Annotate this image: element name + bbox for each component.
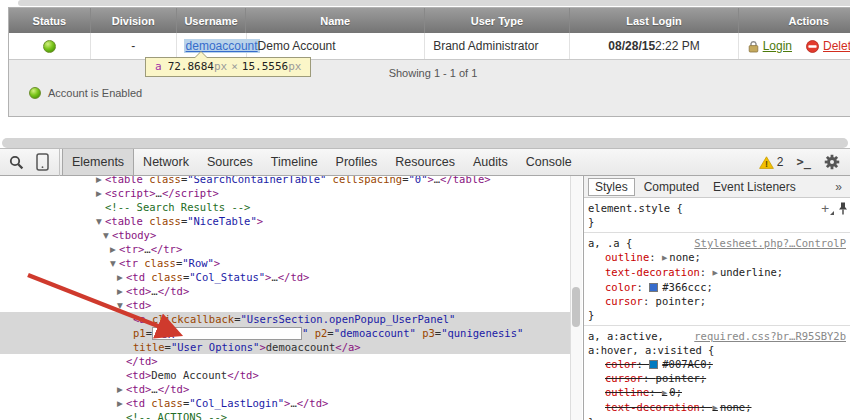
twisty-closed-icon[interactable]: ▶ [117, 271, 126, 285]
dom-tree-line[interactable]: ▶<script>…</script> [0, 186, 570, 200]
dom-tree-line[interactable]: ▼<td> [0, 298, 570, 312]
pin-icon[interactable] [838, 202, 848, 215]
tab-profiles[interactable]: Profiles [327, 149, 387, 175]
style-property[interactable]: outline: ▶none; [588, 250, 846, 265]
last-login-date: 08/28/15 [608, 39, 655, 53]
tab-computed[interactable]: Computed [637, 180, 706, 194]
tooltip-tag-name: a [155, 60, 162, 73]
cell-status [9, 33, 91, 59]
gear-icon[interactable] [824, 154, 840, 170]
tab-sources[interactable]: Sources [198, 149, 262, 175]
color-swatch[interactable] [649, 283, 658, 292]
last-login-time: 2:22 PM [655, 39, 700, 53]
dom-tree-line[interactable]: ▶<td>…</td> [0, 284, 570, 298]
screenshot-root: Status Division Username Name User Type … [0, 0, 850, 420]
tab-event-listeners[interactable]: Event Listeners [706, 180, 803, 194]
warnings-counter[interactable]: ! 2 [759, 155, 784, 169]
brace-close: } [588, 415, 846, 420]
table-footer: Showing 1 - 1 of 1 Account is Enabled [9, 60, 850, 116]
column-header-actions: Actions [739, 8, 850, 33]
dom-tree-line[interactable]: title="User Options">demoaccount</a> [0, 340, 570, 354]
console-drawer-icon[interactable]: >_ [797, 155, 811, 169]
dom-tree-line[interactable]: ▼<tr class="Row"> [0, 256, 570, 270]
tab-styles[interactable]: Styles [588, 178, 635, 196]
dom-tree-line[interactable]: p1="UR_" p2="demoaccount" p3="qunigenesi… [0, 326, 570, 340]
tab-resources[interactable]: Resources [386, 149, 464, 175]
dom-tree-line[interactable]: <td>Demo Account</td> [0, 368, 570, 382]
stylesheet-source-link[interactable]: Stylesheet.php?…ControlP [694, 236, 846, 250]
tooltip-width: 72.8684 [168, 60, 214, 73]
dom-tree-line[interactable]: <!-- ACTIONS --> [0, 410, 570, 420]
dom-tree-line[interactable]: <a clickcallback="UsersSection.openPopup… [0, 312, 570, 326]
inspect-search-icon[interactable] [9, 155, 24, 170]
tab-network[interactable]: Network [134, 149, 198, 175]
delete-user-link[interactable]: Delete U [823, 39, 850, 53]
style-property[interactable]: text-decoration: ▶underline; [588, 265, 846, 280]
style-rule: a, a:active,required.css?br…R95SBY2ba:ho… [584, 326, 850, 420]
dom-tree-line[interactable]: ▶<tr>…</tr> [0, 242, 570, 256]
twisty-open-icon[interactable]: ▼ [117, 299, 126, 313]
brace-close: } [588, 308, 846, 322]
dom-tree-line[interactable]: ▶<td class="Col_Status">…</td> [0, 270, 570, 284]
cell-username: demoaccount [177, 33, 247, 59]
page-top-scrollbar [18, 0, 850, 6]
twisty-closed-icon[interactable]: ▶ [96, 187, 105, 201]
style-property[interactable]: outline: ▶0; [588, 385, 846, 400]
tab-elements[interactable]: Elements [62, 149, 134, 175]
dom-tree-line[interactable]: ▶<table class="SearchContainerTable" cel… [0, 176, 570, 186]
twisty-closed-icon[interactable]: ▶ [117, 397, 126, 411]
devtools-toolbar: Elements Network Sources Timeline Profil… [0, 148, 850, 176]
rule-selector: a, a:active, [588, 329, 664, 343]
enabled-legend-label: Account is Enabled [48, 87, 142, 99]
twisty-closed-icon[interactable]: ▶ [117, 285, 126, 299]
dom-tree-panel: ▶<table class="SearchContainerTable" cel… [0, 176, 570, 420]
tabs-overflow-icon[interactable]: » [835, 180, 842, 194]
twisty-closed-icon[interactable]: ▶ [110, 243, 119, 257]
styles-panel: Styles Computed Event Listeners » elemen… [584, 176, 850, 420]
user-results-table: Status Division Username Name User Type … [8, 7, 850, 117]
dom-tree-line[interactable]: ▼<table class="NiceTable"> [0, 214, 570, 228]
rule-selector: a, .a { [588, 236, 632, 250]
device-mode-icon[interactable] [36, 153, 49, 171]
svg-text:!: ! [765, 159, 768, 169]
window-divider-bar[interactable] [2, 138, 848, 148]
redacted-attribute-value: "UR_ [152, 327, 302, 340]
tab-timeline[interactable]: Timeline [262, 149, 327, 175]
account-enabled-note: Account is Enabled [29, 87, 142, 99]
dom-tree-line[interactable]: </td> [0, 354, 570, 368]
cell-usertype: Brand Administrator [425, 33, 570, 59]
table-header-row: Status Division Username Name User Type … [9, 8, 850, 33]
style-property[interactable]: text-decoration: ▶none; [588, 400, 846, 415]
tab-audits[interactable]: Audits [464, 149, 517, 175]
styles-tab-bar: Styles Computed Event Listeners » [584, 176, 850, 198]
style-property[interactable]: cursor: pointer; [588, 371, 846, 385]
color-swatch[interactable] [649, 360, 658, 369]
status-enabled-icon [43, 40, 56, 53]
table-row: - demoaccount Demo Account Brand Adminis… [9, 33, 850, 60]
style-property[interactable]: cursor: pointer; [588, 294, 846, 308]
stylesheet-source-link[interactable]: required.css?br…R95SBY2b [694, 329, 846, 343]
tooltip-times-sign: × [231, 60, 238, 73]
brace-close: } [588, 215, 846, 229]
cell-division: - [91, 33, 177, 59]
tree-scrollbar-thumb[interactable] [572, 287, 580, 327]
dom-tree-line[interactable]: <!-- Search Results --> [0, 200, 570, 214]
twisty-open-icon[interactable]: ▼ [103, 229, 112, 243]
twisty-open-icon[interactable]: ▼ [96, 215, 105, 229]
dom-tree-line[interactable]: ▼<tbody> [0, 228, 570, 242]
twisty-closed-icon[interactable]: ▶ [117, 383, 126, 397]
dom-tree-line[interactable]: ▶<td>…</td> [0, 382, 570, 396]
tab-console[interactable]: Console [517, 149, 581, 175]
dom-tree-line[interactable]: ▶<td class="Col_LastLogin">…</td> [0, 396, 570, 410]
style-property[interactable]: color: #007AC0; [588, 357, 846, 371]
warning-icon: ! [759, 156, 774, 169]
warning-count-label: 2 [777, 155, 784, 169]
new-style-rule-icon[interactable]: + [821, 204, 829, 214]
twisty-open-icon[interactable]: ▼ [110, 257, 119, 271]
tooltip-width-unit: px [214, 60, 227, 73]
element-style-selector: element.style [588, 202, 670, 214]
enabled-legend-icon [29, 87, 41, 99]
element-style-section: element.style { } + [584, 198, 850, 233]
login-link[interactable]: Login [763, 39, 792, 53]
style-property[interactable]: color: #366ccc; [588, 280, 846, 294]
